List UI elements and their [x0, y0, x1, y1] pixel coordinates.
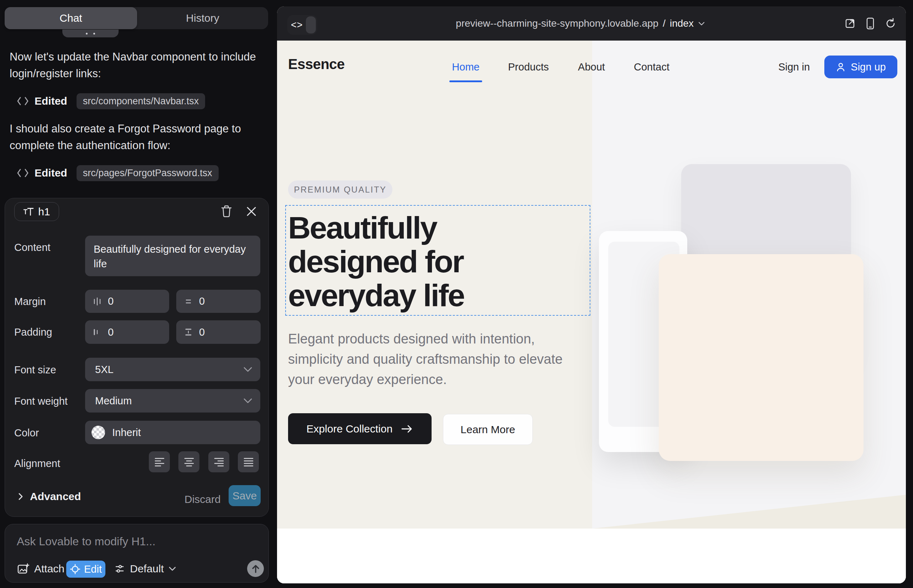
below-hero-section — [277, 528, 906, 583]
hero-heading[interactable]: Beautifully designed for everyday life — [288, 211, 464, 312]
content-label: Content — [14, 242, 50, 254]
margin-horizontal-icon — [92, 297, 102, 307]
learn-more-button[interactable]: Learn More — [443, 414, 533, 445]
attach-button[interactable]: Attach — [17, 560, 65, 578]
element-inspector-panel: h1 Content Beautifully designed for ever… — [5, 198, 269, 517]
discard-button[interactable]: Discard — [185, 493, 221, 506]
padding-vertical-icon — [183, 327, 193, 337]
margin-label: Margin — [14, 296, 46, 307]
chevron-down-icon — [243, 398, 253, 404]
file-chip[interactable]: src/components/Navbar.tsx — [76, 93, 206, 109]
align-center-button[interactable] — [178, 451, 199, 472]
decor-card-cream — [659, 254, 863, 461]
user-icon — [836, 62, 846, 72]
explore-collection-button[interactable]: Explore Collection — [288, 413, 432, 444]
nav-link-about[interactable]: About — [578, 61, 605, 73]
sliders-icon — [114, 563, 125, 575]
hero-description: Elegant products designed with intention… — [288, 329, 584, 390]
code-icon — [17, 168, 29, 178]
font-size-select[interactable]: 5XL — [85, 358, 260, 381]
sign-in-link[interactable]: Sign in — [779, 61, 810, 73]
color-select[interactable]: Inherit — [85, 421, 260, 444]
active-nav-underline — [449, 81, 482, 82]
advanced-toggle[interactable]: Advanced — [18, 491, 81, 502]
nav-link-products[interactable]: Products — [508, 61, 549, 73]
chat-message: Now let's update the Navbar component to… — [10, 48, 264, 82]
align-right-button[interactable] — [208, 451, 229, 472]
padding-x-input[interactable]: 0 — [85, 320, 169, 344]
margin-vertical-icon — [183, 297, 193, 307]
padding-horizontal-icon — [92, 327, 102, 337]
current-page: index — [670, 18, 694, 29]
chevron-down-icon — [698, 21, 705, 26]
color-swatch — [92, 426, 105, 439]
color-label: Color — [14, 427, 39, 439]
edited-file-row: Edited src/components/Navbar.tsx — [17, 93, 205, 109]
edit-mode-button[interactable]: Edit — [66, 561, 105, 578]
chevron-right-icon — [18, 492, 24, 501]
content-input[interactable]: Beautifully designed for everyday life — [85, 236, 260, 276]
font-weight-label: Font weight — [14, 396, 68, 407]
padding-label: Padding — [14, 326, 52, 338]
chevron-down-icon — [168, 566, 176, 571]
arrow-right-icon — [401, 425, 413, 433]
align-justify-button[interactable] — [238, 451, 259, 472]
arrow-up-icon — [251, 564, 260, 573]
type-icon — [23, 207, 34, 217]
margin-x-input[interactable]: 0 — [85, 290, 169, 313]
tab-history[interactable]: History — [137, 7, 268, 29]
chat-message: I should also create a Forgot Password p… — [10, 120, 264, 154]
browser-chrome: <> preview--charming-site-symphony.lovab… — [277, 6, 906, 40]
scrolled-chip[interactable] — [62, 29, 118, 37]
tab-chat[interactable]: Chat — [5, 7, 137, 29]
toggle-stub[interactable] — [306, 16, 316, 34]
send-button[interactable] — [247, 560, 264, 577]
chevron-down-icon — [243, 367, 253, 372]
edited-label: Edited — [34, 95, 67, 107]
refresh-icon[interactable] — [884, 18, 897, 29]
code-icon — [17, 97, 29, 106]
selected-element-pill[interactable]: h1 — [14, 202, 59, 221]
sign-up-button[interactable]: Sign up — [824, 55, 897, 78]
preview-url: preview--charming-site-symphony.lovable.… — [456, 18, 659, 29]
chat-composer[interactable]: Ask Lovable to modify H1... Attach Edit … — [5, 524, 269, 583]
font-weight-select[interactable]: Medium — [85, 389, 260, 412]
open-in-new-tab-icon[interactable] — [844, 18, 856, 29]
nav-link-home[interactable]: Home — [452, 61, 479, 73]
code-preview-toggle[interactable]: <> — [287, 15, 317, 35]
align-left-button[interactable] — [149, 451, 170, 472]
alignment-label: Alignment — [14, 458, 60, 470]
file-chip[interactable]: src/pages/ForgotPassword.tsx — [76, 165, 219, 181]
edited-file-row: Edited src/pages/ForgotPassword.tsx — [17, 165, 219, 181]
hero-badge: PREMIUM QUALITY — [288, 181, 392, 199]
mobile-view-icon[interactable] — [864, 18, 876, 29]
font-size-label: Font size — [14, 364, 56, 376]
delete-element-button[interactable] — [218, 203, 235, 220]
margin-y-input[interactable]: 0 — [176, 290, 261, 313]
site-logo[interactable]: Essence — [288, 56, 345, 72]
composer-input[interactable]: Ask Lovable to modify H1... — [17, 535, 155, 548]
element-tag-label: h1 — [38, 206, 50, 218]
padding-y-input[interactable]: 0 — [176, 320, 261, 344]
site-viewport: Essence Home Products About Contact Sign… — [277, 40, 906, 583]
code-view-icon[interactable]: <> — [291, 15, 303, 35]
preview-browser-window: <> preview--charming-site-symphony.lovab… — [277, 6, 906, 583]
url-separator: / — [663, 18, 665, 29]
edited-label: Edited — [34, 167, 67, 179]
default-model-dropdown[interactable]: Default — [114, 560, 176, 578]
chat-history-tabs: Chat History — [5, 7, 268, 29]
save-button[interactable]: Save — [228, 485, 261, 506]
nav-link-contact[interactable]: Contact — [634, 61, 669, 73]
target-icon — [70, 564, 81, 575]
close-icon[interactable] — [243, 203, 260, 220]
url-bar[interactable]: preview--charming-site-symphony.lovable.… — [456, 6, 705, 40]
attach-image-icon — [17, 562, 29, 575]
